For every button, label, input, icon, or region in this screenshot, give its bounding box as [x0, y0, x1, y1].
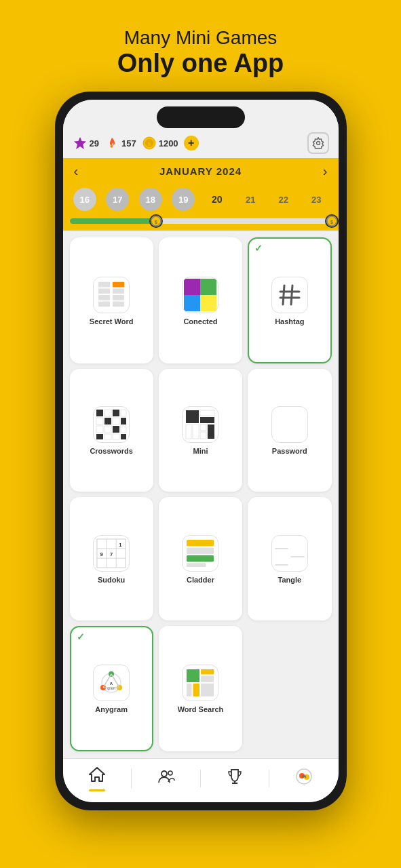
day-22[interactable]: 22 — [272, 188, 295, 211]
svg-text:9: 9 — [100, 551, 103, 557]
svg-rect-27 — [104, 410, 111, 416]
svg-rect-33 — [121, 418, 126, 425]
svg-text:$: $ — [330, 220, 333, 225]
svg-rect-12 — [98, 295, 110, 300]
next-month-button[interactable]: › — [323, 163, 328, 179]
connected-label: Conected — [183, 317, 217, 326]
svg-rect-59 — [187, 547, 214, 554]
cladder-label: Cladder — [187, 576, 214, 584]
svg-text:$: $ — [155, 220, 157, 225]
svg-rect-34 — [96, 426, 103, 433]
friends-icon — [157, 768, 175, 789]
game-card-secret-word[interactable]: Secret Word — [70, 237, 153, 363]
nav-trophy[interactable] — [201, 768, 270, 789]
crosswords-label: Crosswords — [90, 447, 133, 455]
day-17[interactable]: 17 — [106, 188, 129, 211]
game-card-connected[interactable]: Conected — [159, 237, 242, 363]
svg-rect-71 — [187, 669, 199, 682]
game-card-cladder[interactable]: Cladder — [159, 497, 242, 620]
game-card-anygram[interactable]: ✓ A gram Anygram — [70, 626, 153, 752]
day-19[interactable]: 19 — [172, 188, 195, 211]
svg-rect-61 — [187, 563, 206, 567]
game-card-mini[interactable]: Mini — [159, 369, 242, 492]
svg-rect-76 — [201, 684, 214, 696]
coin-value: 1200 — [159, 138, 178, 149]
progress-fill — [70, 218, 161, 224]
nav-profile[interactable]: 🎮 — [269, 768, 339, 789]
svg-marker-0 — [74, 137, 86, 149]
svg-line-22 — [283, 285, 284, 304]
day-21[interactable]: 21 — [239, 188, 262, 211]
nav-friends[interactable] — [132, 768, 201, 789]
svg-rect-10 — [98, 282, 110, 288]
password-icon — [271, 406, 308, 443]
phone-screen: 29 157 — [63, 100, 339, 802]
svg-rect-13 — [113, 282, 124, 288]
svg-point-78 — [168, 771, 172, 775]
nav-home[interactable] — [63, 766, 132, 791]
svg-rect-17 — [113, 301, 124, 307]
hashtag-label: Hashtag — [275, 317, 304, 326]
streak-icon — [73, 136, 88, 151]
svg-rect-16 — [98, 301, 110, 307]
svg-rect-18 — [184, 279, 200, 295]
svg-text:gram: gram — [107, 686, 115, 690]
settings-button[interactable] — [307, 132, 329, 154]
progress-coin-right: $ — [325, 214, 339, 228]
svg-text:1: 1 — [119, 542, 122, 548]
svg-rect-14 — [113, 288, 124, 294]
game-card-tangle[interactable]: Tangle — [248, 497, 331, 620]
top-bar: 29 157 — [63, 128, 339, 158]
day-16[interactable]: 16 — [73, 188, 96, 211]
svg-rect-29 — [121, 410, 126, 416]
svg-rect-58 — [187, 540, 214, 547]
connected-icon — [182, 277, 218, 313]
coin-icon: $ — [142, 136, 157, 151]
svg-rect-19 — [200, 279, 216, 295]
streak-stat: 29 — [73, 136, 99, 151]
word-search-label: Word Search — [178, 705, 224, 713]
svg-rect-28 — [113, 410, 119, 416]
password-label: Password — [272, 447, 307, 455]
svg-rect-20 — [184, 295, 200, 311]
header-title: Only one App — [117, 49, 284, 78]
hashtag-icon — [271, 277, 308, 313]
svg-rect-44 — [200, 417, 214, 423]
game-card-hashtag[interactable]: ✓ Hashtag — [248, 237, 331, 363]
svg-rect-35 — [104, 426, 111, 433]
svg-rect-47 — [200, 425, 206, 431]
svg-rect-37 — [121, 426, 126, 433]
secret-word-icon — [93, 277, 130, 313]
svg-rect-31 — [104, 418, 111, 425]
day-18[interactable]: 18 — [139, 188, 162, 211]
svg-rect-74 — [187, 684, 192, 696]
svg-rect-46 — [193, 425, 199, 439]
mini-label: Mini — [193, 447, 208, 455]
profile-icon: 🎮 — [295, 768, 313, 789]
game-card-sudoku[interactable]: 1 9 7 Sudoku — [70, 497, 153, 620]
add-coins-button[interactable]: + — [184, 136, 199, 151]
svg-rect-49 — [200, 432, 206, 439]
svg-marker-4 — [313, 138, 323, 149]
games-grid: Secret Word Conected ✓ — [63, 231, 339, 758]
prev-month-button[interactable]: ‹ — [74, 163, 79, 179]
svg-rect-30 — [96, 418, 103, 425]
progress-track: $ $ — [70, 218, 332, 224]
streak-value: 29 — [90, 138, 99, 149]
svg-rect-45 — [186, 425, 191, 439]
svg-text:🎮: 🎮 — [302, 774, 307, 779]
day-20[interactable]: 20 — [205, 187, 229, 212]
notch — [157, 106, 245, 128]
cladder-icon — [182, 535, 218, 572]
coin-stat: $ 1200 — [142, 136, 178, 151]
svg-text:A: A — [110, 682, 113, 686]
game-card-crosswords[interactable]: Crosswords — [70, 369, 153, 492]
svg-rect-32 — [113, 418, 119, 425]
game-card-password[interactable]: Password — [248, 369, 331, 492]
day-23[interactable]: 23 — [305, 188, 328, 211]
secret-word-label: Secret Word — [90, 317, 134, 326]
notch-area — [63, 100, 339, 128]
svg-rect-15 — [113, 295, 124, 300]
game-card-word-search[interactable]: Word Search — [159, 626, 242, 752]
svg-rect-11 — [98, 288, 110, 294]
